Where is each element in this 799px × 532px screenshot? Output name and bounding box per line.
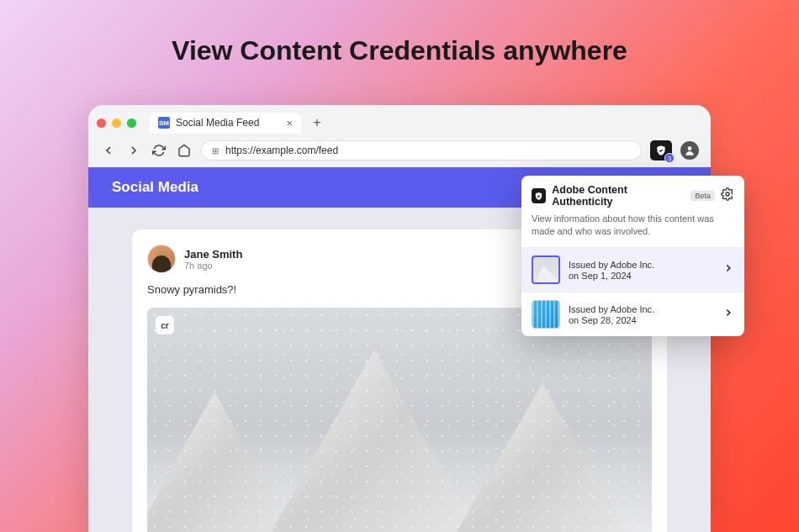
site-info-icon[interactable]: ⊞ xyxy=(212,146,219,155)
popup-header: Adobe Content Authenticity Beta xyxy=(521,176,744,213)
credential-date: on Sep 28, 2024 xyxy=(569,315,714,325)
settings-button[interactable] xyxy=(721,187,734,204)
credential-item[interactable]: Issued by Adobe Inc. on Sep 28, 2024 xyxy=(521,292,744,336)
reload-button[interactable] xyxy=(151,142,167,159)
post-image[interactable]: cr xyxy=(147,308,652,532)
window-controls xyxy=(97,119,136,128)
url-text: https://example.com/feed xyxy=(225,145,338,156)
new-tab-button[interactable]: + xyxy=(308,113,326,132)
snow-overlay xyxy=(147,308,652,532)
chevron-right-icon xyxy=(722,307,734,322)
gear-icon xyxy=(721,187,734,201)
minimize-window-button[interactable] xyxy=(112,119,121,128)
maximize-window-button[interactable] xyxy=(127,119,136,128)
credential-issuer: Issued by Adobe Inc. xyxy=(569,259,714,271)
svg-point-1 xyxy=(726,192,729,196)
hero-title: View Content Credentials anywhere xyxy=(0,0,799,66)
credential-date: on Sep 1, 2024 xyxy=(569,271,714,281)
avatar[interactable] xyxy=(147,245,176,273)
credential-thumbnail xyxy=(532,300,560,329)
svg-point-0 xyxy=(688,146,692,150)
browser-tab[interactable]: SM Social Media Feed × xyxy=(150,113,301,134)
credential-item[interactable]: Issued by Adobe Inc. on Sep 1, 2024 xyxy=(521,247,744,292)
tab-bar: SM Social Media Feed × + xyxy=(88,105,711,135)
chevron-right-icon xyxy=(722,262,734,277)
popup-logo xyxy=(532,188,546,203)
home-button[interactable] xyxy=(176,142,193,159)
address-bar[interactable]: ⊞ https://example.com/feed xyxy=(201,140,642,161)
tab-title: Social Media Feed xyxy=(176,117,259,129)
person-icon xyxy=(684,145,696,156)
site-title: Social Media xyxy=(112,179,198,196)
toolbar: ⊞ https://example.com/feed 3 xyxy=(88,135,711,167)
close-tab-button[interactable]: × xyxy=(286,117,293,129)
browser-chrome: SM Social Media Feed × + ⊞ https://examp… xyxy=(88,105,711,167)
content-authenticity-popup: Adobe Content Authenticity Beta View inf… xyxy=(521,176,744,336)
popup-title: Adobe Content Authenticity xyxy=(552,184,685,208)
extension-badge-count: 3 xyxy=(664,153,675,163)
back-button[interactable] xyxy=(100,142,117,159)
tab-favicon: SM xyxy=(158,117,170,129)
beta-badge: Beta xyxy=(691,191,715,201)
credential-issuer: Issued by Adobe Inc. xyxy=(569,303,714,315)
content-credentials-badge[interactable]: cr xyxy=(156,316,174,334)
content-authenticity-extension-button[interactable]: 3 xyxy=(650,140,672,161)
post-author[interactable]: Jane Smith xyxy=(184,248,242,261)
profile-button[interactable] xyxy=(680,141,699,160)
close-window-button[interactable] xyxy=(97,119,106,128)
shield-check-icon xyxy=(534,192,543,201)
post-timestamp: 7h ago xyxy=(184,261,242,271)
forward-button[interactable] xyxy=(125,142,142,159)
credential-thumbnail xyxy=(532,255,560,284)
popup-description: View information about how this content … xyxy=(521,213,744,247)
